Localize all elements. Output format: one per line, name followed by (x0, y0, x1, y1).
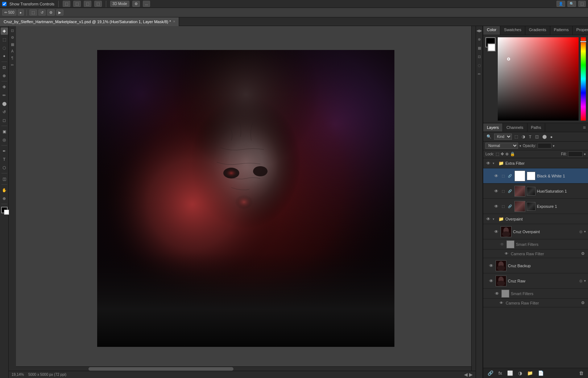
3d-mode-btn[interactable]: 3D Mode (110, 1, 129, 7)
link-layers-btn[interactable]: 🔗 (486, 370, 495, 377)
lock-artboard-btn[interactable]: ⊕ (505, 152, 509, 156)
right-mini-btn-2[interactable]: ⊕ (476, 36, 482, 42)
channels-tab[interactable]: Channels (503, 123, 527, 131)
properties-tab[interactable]: Properties (573, 26, 588, 35)
magic-wand-tool[interactable]: ✦ (1, 52, 8, 60)
align-top-btn[interactable]: ⬚ (94, 1, 102, 7)
huesat-link-icon[interactable]: ⬚ (501, 189, 506, 193)
right-mini-btn-3[interactable]: ▦ (476, 45, 482, 51)
document-tab[interactable]: Cruz_by_Steffen_Hartmann_Marketplace_v1.… (0, 17, 179, 26)
cruz-overpaint-arrow[interactable]: ▾ (584, 230, 586, 234)
cruz-raw-arrow[interactable]: ▾ (584, 279, 586, 283)
mini-tool-6[interactable]: ✏ (9, 62, 15, 68)
gradient-tool[interactable]: ▣ (1, 128, 8, 135)
right-mini-btn-4[interactable]: ⊡ (476, 54, 482, 59)
camera-raw-overpaint-visibility[interactable]: 👁 (504, 251, 509, 257)
vertical-scrollbar[interactable] (471, 26, 476, 371)
gradients-tab[interactable]: Gradients (525, 26, 550, 35)
brush-options-btn[interactable]: ✏ 500 (2, 9, 16, 16)
add-mask-btn[interactable]: ⬜ (506, 370, 514, 377)
black-white-visibility[interactable]: 👁 (493, 173, 499, 179)
path-tool[interactable]: ⬡ (1, 164, 8, 171)
eraser-tool[interactable]: ◻ (1, 117, 8, 124)
filter-type-btn[interactable]: T (528, 134, 533, 139)
exp-link-icon[interactable]: ⬚ (501, 204, 506, 209)
filter-smart-btn[interactable]: ⬤ (541, 134, 548, 139)
brush-tool[interactable]: ✏ (1, 92, 8, 99)
settings-btn[interactable]: ⚙ (47, 9, 55, 16)
extra-filter-arrow[interactable]: ▾ (493, 161, 497, 165)
video-btn[interactable]: ▶ (56, 9, 63, 16)
opacity-input[interactable]: 82% (538, 143, 551, 148)
adjustment-btn[interactable]: ◑ (517, 370, 523, 377)
mini-tool-3[interactable]: ▦ (9, 41, 15, 47)
bw-link-icon[interactable]: ⬚ (501, 174, 506, 178)
mini-tool-1[interactable]: ⊡ (9, 28, 15, 33)
layers-tab[interactable]: Layers (483, 123, 503, 131)
kind-select[interactable]: Kind (494, 134, 512, 140)
cruz-raw-row[interactable]: 👁 Cruz Raw ◎ ▾ (483, 273, 588, 289)
exposure-1-row[interactable]: 👁 ⬚ 🔗 Exposure 1 (483, 199, 588, 214)
overpaint-visibility[interactable]: 👁 (485, 216, 491, 222)
search-layers-icon[interactable]: 🔍 (485, 134, 493, 139)
right-mini-btn-6[interactable]: ✏ (476, 71, 482, 77)
black-white-1-row[interactable]: 👁 ⬚ 🔗 Black & White 1 (483, 168, 588, 184)
paths-tab[interactable]: Paths (527, 123, 545, 131)
exp-mask-icon[interactable]: 🔗 (507, 204, 513, 209)
more-options-btn[interactable]: ⚙ (132, 1, 140, 7)
smart-filters-raw-visibility[interactable]: 👁 (494, 291, 500, 297)
cruz-backup-visibility[interactable]: 👁 (488, 263, 494, 269)
new-layer-btn[interactable]: 📄 (537, 370, 545, 377)
align-left-btn[interactable]: ⬚ (63, 1, 70, 7)
filter-adj-btn[interactable]: ◑ (521, 134, 526, 139)
cruz-raw-visibility[interactable]: 👁 (488, 278, 494, 284)
smart-filters-overpaint-row[interactable]: 👁 Smart Filters (483, 239, 588, 249)
background-swatch[interactable] (488, 43, 496, 51)
search-btn[interactable]: 🔍 (567, 1, 576, 7)
reset-btn[interactable]: ↺ (38, 9, 46, 16)
layers-panel-menu[interactable]: ≡ (581, 123, 588, 132)
mini-tool-2[interactable]: ⚙ (9, 34, 15, 40)
pen-tool[interactable]: ✒ (1, 147, 8, 155)
fill-input[interactable]: 100% (568, 151, 583, 157)
overpaint-group[interactable]: 👁 ▾ 📁 Overpaint (483, 214, 588, 224)
cruz-backup-row[interactable]: 👁 Cruz Backup (483, 258, 588, 273)
status-nav-left[interactable]: ◀ (464, 372, 468, 377)
hand-tool[interactable]: ✋ (1, 186, 8, 194)
filter-toggle-btn[interactable]: ● (549, 134, 554, 139)
cruz-overpaint-extra[interactable]: ◎ (579, 230, 583, 234)
shape-tool[interactable]: ◫ (1, 175, 8, 182)
background-color-swatch[interactable] (4, 210, 9, 215)
blend-mode-select[interactable]: Normal (485, 143, 518, 149)
menu-dots-btn[interactable]: ... (143, 1, 150, 7)
horizontal-scrollbar[interactable] (16, 366, 476, 371)
fill-dropdown-btn[interactable]: ▾ (584, 152, 586, 156)
patterns-tab[interactable]: Patterns (550, 26, 573, 35)
smart-filters-overpaint-visibility[interactable]: 👁 (499, 242, 505, 247)
blend-dropdown-btn[interactable]: ▾ (519, 144, 521, 148)
smart-filters-raw-row[interactable]: 👁 Smart Filters (483, 289, 588, 299)
canvas-area[interactable] (16, 26, 476, 371)
right-mini-btn-1[interactable]: ◀▶ (476, 28, 482, 33)
flow-btn[interactable]: ▸ (18, 9, 24, 16)
exposure-visibility[interactable]: 👁 (493, 203, 499, 209)
color-gradient-picker[interactable] (498, 37, 579, 121)
hue-saturation-row[interactable]: 👁 ⬚ 🔗 Hue/Saturation 1 (483, 184, 588, 199)
transform-checkbox[interactable] (2, 2, 7, 6)
huesat-mask-icon[interactable]: 🔗 (507, 189, 513, 193)
cruz-raw-extra[interactable]: ◎ (579, 279, 583, 283)
stamp-tool[interactable]: ⬤ (1, 100, 8, 107)
camera-raw-overpaint-row[interactable]: 👁 Camera Raw Filter ⚙ (483, 249, 588, 258)
camera-raw-overpaint-settings[interactable]: ⚙ (580, 251, 586, 256)
filter-shape-btn[interactable]: ◫ (534, 134, 540, 139)
lasso-tool[interactable]: ◌ (1, 44, 8, 51)
delete-layer-btn[interactable]: 🗑 (577, 370, 585, 377)
hue-slider[interactable] (581, 37, 586, 121)
lock-position-btn[interactable]: ✥ (501, 152, 504, 156)
zoom-tool[interactable]: ⊕ (1, 195, 8, 202)
color-tab[interactable]: Color (483, 26, 500, 35)
swatches-tab[interactable]: Swatches (500, 26, 525, 35)
window-btn[interactable]: ⬚ (578, 1, 586, 7)
overpaint-arrow[interactable]: ▾ (493, 217, 497, 221)
group-layers-btn[interactable]: 📁 (526, 370, 534, 377)
